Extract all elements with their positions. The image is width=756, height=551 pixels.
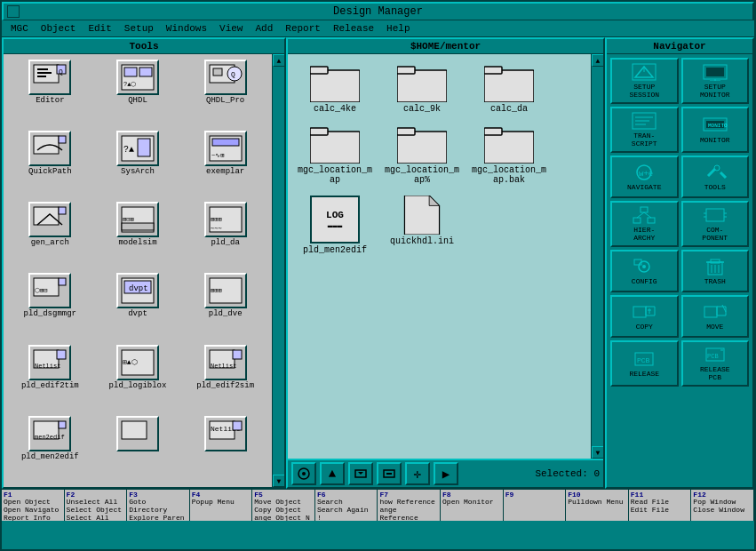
menu-item-mgc[interactable]: MGC <box>5 22 34 35</box>
menu-item-view[interactable]: View <box>214 22 248 35</box>
svg-point-68 <box>302 472 306 475</box>
file-item-calc-9k[interactable]: calc_9k <box>382 61 462 116</box>
fkey-f4[interactable]: F4Popup Menu <box>190 490 253 521</box>
tool-item-SysArch[interactable]: ?▲SysArch <box>95 129 181 198</box>
tool-icon-5: ~∿⊞ <box>204 131 247 166</box>
tool-item-pld_edif2tim[interactable]: Netlistpld_edif2tim <box>7 343 93 412</box>
files-scroll-down[interactable]: ▼ <box>592 446 603 459</box>
fkey-f1[interactable]: F1Open ObjectOpen NavigatoReport Info <box>2 490 65 521</box>
navigator-title: Navigator <box>607 39 752 54</box>
nav-button-config[interactable]: CONFIG <box>610 250 679 292</box>
svg-point-90 <box>714 165 720 171</box>
tool-item-pld_edif2sim[interactable]: Netlistpld_edif2sim <box>182 343 268 412</box>
fkey-f9[interactable]: F9 <box>504 490 567 521</box>
nav-button-release[interactable]: PCBRELEASE <box>610 340 679 387</box>
menu-item-setup[interactable]: Setup <box>119 22 159 35</box>
tool-item-pld_logiblox[interactable]: ⊞▲⬡pld_logiblox <box>95 343 181 412</box>
svg-rect-94 <box>648 218 655 223</box>
fkey-f5[interactable]: F5Move ObjectCopy Objectange Object N <box>252 490 315 521</box>
fkey-f2[interactable]: F2Unselect AllSelect ObjectSelect All <box>65 490 128 521</box>
navigator-buttons: SETUP SESSIONSETUP MONITORTRAN- SCRIPTMO… <box>607 54 752 390</box>
fkey-f11[interactable]: F11Read FileEdit File <box>629 490 692 521</box>
menu-item-object[interactable]: Object <box>36 22 82 35</box>
fkey-f10[interactable]: F10Pulldown Menu <box>566 490 629 521</box>
tool-item-17[interactable]: Netlist <box>182 414 268 483</box>
fkey-f12[interactable]: F12Pop WindowClose Window <box>691 490 754 521</box>
scroll-down[interactable]: ▼ <box>273 475 284 487</box>
tool-icon-7: ⊞⊟⊠ <box>116 202 159 237</box>
file-item-quickhdl-ini[interactable]: quickhdl.ini <box>382 194 462 257</box>
tool-item-QHDL[interactable]: ?▲⬡QHDL <box>95 58 181 127</box>
svg-text:⊞⊟⊠: ⊞⊟⊠ <box>123 216 134 223</box>
nav-icon-move <box>703 303 728 321</box>
tools-scrollbar[interactable]: ▲ ▼ <box>272 54 284 487</box>
file-item-pld-men2edif[interactable]: LOG▬▬▬pld_men2edif <box>295 194 375 257</box>
toolbar-btn-3[interactable] <box>377 462 402 485</box>
file-label: calc_da <box>490 104 528 114</box>
svg-rect-64 <box>484 128 502 135</box>
nav-button-trash[interactable]: TRASH <box>681 250 750 292</box>
title-bar: Design Manager <box>2 2 754 20</box>
toolbar-btn-right[interactable]: ▶ <box>434 462 458 485</box>
file-item-mgc-location-map-[interactable]: mgc_location_map% <box>382 123 462 187</box>
nav-button-hierarchy[interactable]: HIER- ARCHY <box>610 201 679 247</box>
menu-item-windows[interactable]: Windows <box>161 22 212 35</box>
tool-item-pld_dve[interactable]: ⊞⊞⊞pld_dve <box>182 271 268 340</box>
nav-button-setup-monitor[interactable]: SETUP MONITOR <box>681 58 750 104</box>
tool-item-16[interactable] <box>95 414 181 483</box>
svg-line-117 <box>722 305 726 312</box>
tool-item-QuickPath[interactable]: QuickPath <box>7 129 93 198</box>
fkey-f7[interactable]: F7how Referenceange ReferenceFind Refere… <box>378 490 441 521</box>
file-item-calc-da[interactable]: calc_da <box>469 61 549 116</box>
nav-button-navigate[interactable]: w+eNAVIGATE <box>610 156 679 198</box>
fkey-f6[interactable]: F6SearchSearch Again ! <box>315 490 378 521</box>
toolbar-btn-1[interactable] <box>291 462 316 485</box>
file-label: quickhdl.ini <box>390 236 454 246</box>
tool-item-pld_dsgmmgr[interactable]: ⬡⊞⊟pld_dsgmmgr <box>7 271 93 340</box>
svg-rect-58 <box>484 67 502 74</box>
tool-item-Editor[interactable]: QEditor <box>7 58 93 127</box>
fkey-f8[interactable]: F8Open Monitor <box>441 490 504 521</box>
nav-button-component[interactable]: COM- PONENT <box>681 201 750 247</box>
tool-item-gen_arch[interactable]: gen_arch <box>7 200 93 269</box>
files-scroll-up[interactable]: ▲ <box>592 54 603 67</box>
files-scrollbar[interactable]: ▲ ▼ <box>591 54 603 459</box>
svg-text:Netlist: Netlist <box>211 363 236 370</box>
menu-item-report[interactable]: Report <box>280 22 326 35</box>
svg-text:PCB: PCB <box>707 353 719 360</box>
toolbar-btn-2[interactable] <box>348 462 373 485</box>
file-item-calc-4ke[interactable]: calc_4ke <box>295 61 375 116</box>
tool-item-QHDL_Pro[interactable]: QQHDL_Pro <box>182 58 268 127</box>
menu-item-edit[interactable]: Edit <box>83 22 116 35</box>
nav-button-release-pcb[interactable]: PCBRELEASE PCB <box>681 340 750 387</box>
nav-button-monitor[interactable]: MONITORMONITOR <box>681 107 750 153</box>
tool-label-10: dvpt <box>128 309 147 318</box>
toolbar-btn-move[interactable]: ✛ <box>405 462 430 485</box>
nav-button-copy[interactable]: COPY <box>610 295 679 338</box>
tool-item-exemplar[interactable]: ~∿⊞exemplar <box>182 129 268 198</box>
file-item-mgc-location-map-bak[interactable]: mgc_location_map.bak <box>469 123 549 187</box>
tool-item-pld_men2edif[interactable]: men2edifpld_men2edif <box>7 414 93 483</box>
tool-icon-14: Netlist <box>204 345 247 380</box>
nav-button-move[interactable]: MOVE <box>681 295 750 338</box>
nav-icon-monitor: MONITOR <box>703 116 728 134</box>
svg-text:?▲: ?▲ <box>123 145 134 155</box>
tool-item-pld_da[interactable]: ⊞⊞⊞∼∼∼pld_da <box>182 200 268 269</box>
window-icon[interactable] <box>7 5 20 18</box>
file-item-mgc-location-map[interactable]: mgc_location_map <box>295 123 375 187</box>
tool-item-modelsim[interactable]: ⊞⊟⊠modelsim <box>95 200 181 269</box>
svg-text:∼∼∼: ∼∼∼ <box>211 225 222 232</box>
tool-icon-11: ⊞⊞⊞ <box>204 273 247 308</box>
scroll-up[interactable]: ▲ <box>273 54 284 67</box>
fkey-f3[interactable]: F3Goto DirectoryExplore ParenNavigator D… <box>127 490 190 521</box>
svg-rect-111 <box>633 307 646 317</box>
nav-button-transcript[interactable]: TRAN- SCRIPT <box>610 107 679 153</box>
nav-button-tools[interactable]: TOOLS <box>681 156 750 198</box>
toolbar-btn-up[interactable]: ▲ <box>320 462 345 485</box>
nav-icon-release: PCB <box>632 350 657 368</box>
tool-item-dvpt[interactable]: dvptdvpt <box>95 271 181 340</box>
menu-item-help[interactable]: Help <box>381 22 415 35</box>
menu-item-release[interactable]: Release <box>328 22 379 35</box>
menu-item-add[interactable]: Add <box>250 22 278 35</box>
nav-button-setup-session[interactable]: SETUP SESSION <box>610 58 679 104</box>
